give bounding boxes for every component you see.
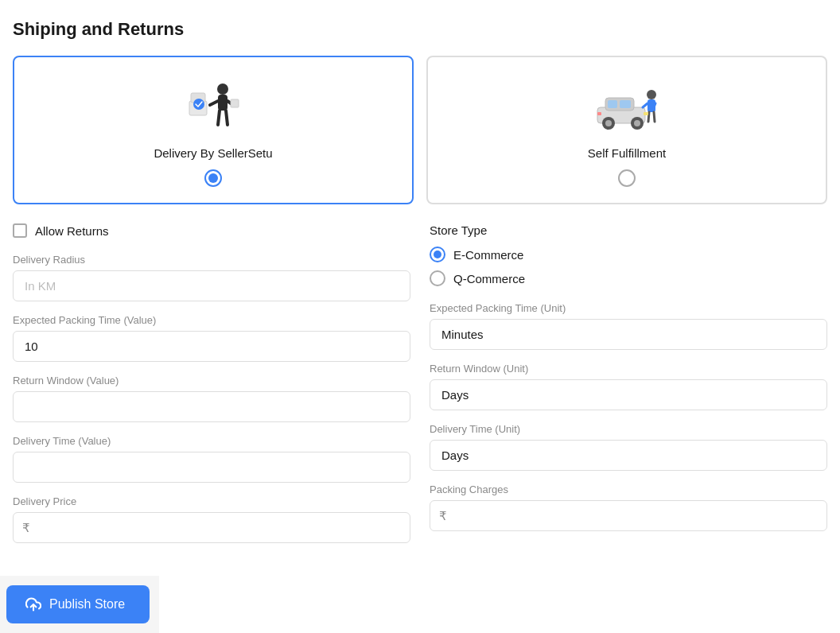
delivery-cards: Delivery By SellerSetu xyxy=(13,56,827,204)
self-illustration xyxy=(591,73,663,137)
sellersetu-illustration xyxy=(181,73,245,137)
svg-point-15 xyxy=(605,120,612,126)
delivery-price-group: Delivery Price ₹ xyxy=(13,495,410,543)
qcommerce-option[interactable]: Q-Commerce xyxy=(430,270,827,286)
qcommerce-label: Q-Commerce xyxy=(453,272,525,285)
self-svg xyxy=(591,77,663,133)
packing-charges-label: Packing Charges xyxy=(430,483,827,495)
packing-unit-label: Expected Packing Time (Unit) xyxy=(430,302,827,314)
delivery-time-unit-input[interactable] xyxy=(430,440,827,471)
packing-value-group: Expected Packing Time (Value) xyxy=(13,314,410,362)
return-window-value-label: Return Window (Value) xyxy=(13,375,410,386)
self-radio[interactable] xyxy=(618,169,636,187)
page-title: Shiping and Returns xyxy=(13,19,827,40)
page-container: Shiping and Returns xyxy=(0,0,840,633)
svg-point-2 xyxy=(193,99,204,110)
publish-bar: Publish Store xyxy=(0,576,159,633)
svg-rect-4 xyxy=(218,95,228,111)
delivery-time-value-label: Delivery Time (Value) xyxy=(13,435,410,447)
packing-value-input[interactable] xyxy=(13,331,410,362)
delivery-price-wrapper: ₹ xyxy=(13,512,410,543)
delivery-card-self[interactable]: Self Fulfillment xyxy=(426,56,827,204)
svg-line-23 xyxy=(654,112,655,122)
ecommerce-option[interactable]: E-Commerce xyxy=(430,247,827,262)
publish-store-label: Publish Store xyxy=(49,597,125,612)
return-window-value-input[interactable] xyxy=(13,391,410,422)
svg-line-7 xyxy=(218,111,220,125)
delivery-radius-group: Delivery Radius xyxy=(13,254,410,301)
svg-rect-13 xyxy=(620,100,631,108)
return-window-value-group: Return Window (Value) xyxy=(13,375,410,422)
allow-returns-checkbox[interactable] xyxy=(13,223,27,238)
delivery-time-unit-group: Delivery Time (Unit) xyxy=(430,423,827,471)
svg-line-5 xyxy=(210,101,218,105)
form-right: Store Type E-Commerce Q-Commerce Expecte… xyxy=(430,223,827,556)
packing-charges-rupee: ₹ xyxy=(439,509,447,523)
packing-charges-input[interactable] xyxy=(430,500,827,531)
delivery-card-sellersetu[interactable]: Delivery By SellerSetu xyxy=(13,56,414,204)
return-window-unit-group: Return Window (Unit) xyxy=(430,363,827,410)
delivery-time-unit-label: Delivery Time (Unit) xyxy=(430,423,827,435)
svg-rect-9 xyxy=(231,99,239,107)
form-left: Allow Returns Delivery Radius Expected P… xyxy=(13,223,410,556)
sellersetu-label: Delivery By SellerSetu xyxy=(154,146,272,160)
return-window-unit-label: Return Window (Unit) xyxy=(430,363,827,375)
sellersetu-radio[interactable] xyxy=(204,169,222,187)
packing-charges-wrapper: ₹ xyxy=(430,500,827,531)
qcommerce-radio[interactable] xyxy=(430,270,445,286)
svg-line-20 xyxy=(643,103,648,107)
packing-charges-group: Packing Charges ₹ xyxy=(430,483,827,531)
ecommerce-radio[interactable] xyxy=(430,247,445,262)
allow-returns-row: Allow Returns xyxy=(13,223,410,238)
svg-point-3 xyxy=(217,83,228,95)
self-label: Self Fulfillment xyxy=(588,146,666,160)
svg-point-18 xyxy=(647,90,656,99)
svg-line-21 xyxy=(654,103,655,107)
return-window-unit-input[interactable] xyxy=(430,379,827,410)
packing-unit-input[interactable] xyxy=(430,319,827,350)
form-row: Allow Returns Delivery Radius Expected P… xyxy=(13,223,827,556)
packing-unit-group: Expected Packing Time (Unit) xyxy=(430,302,827,350)
delivery-price-label: Delivery Price xyxy=(13,495,410,507)
delivery-radius-label: Delivery Radius xyxy=(13,254,410,266)
delivery-time-value-group: Delivery Time (Value) xyxy=(13,435,410,483)
svg-line-8 xyxy=(226,111,228,125)
svg-rect-12 xyxy=(608,100,617,108)
allow-returns-label: Allow Returns xyxy=(35,224,109,238)
publish-store-button[interactable]: Publish Store xyxy=(6,585,150,623)
svg-point-17 xyxy=(634,120,640,126)
upload-icon xyxy=(25,596,41,612)
delivery-radius-input[interactable] xyxy=(13,270,410,301)
delivery-time-value-input[interactable] xyxy=(13,452,410,483)
sellersetu-svg xyxy=(181,77,245,133)
packing-value-label: Expected Packing Time (Value) xyxy=(13,314,410,326)
delivery-price-rupee: ₹ xyxy=(22,521,30,535)
delivery-price-input[interactable] xyxy=(13,512,410,543)
svg-rect-25 xyxy=(597,112,601,115)
store-type-title: Store Type xyxy=(430,223,827,237)
ecommerce-label: E-Commerce xyxy=(453,248,523,262)
svg-line-22 xyxy=(648,112,649,122)
svg-rect-24 xyxy=(644,112,648,115)
store-type-section: Store Type E-Commerce Q-Commerce xyxy=(430,223,827,286)
